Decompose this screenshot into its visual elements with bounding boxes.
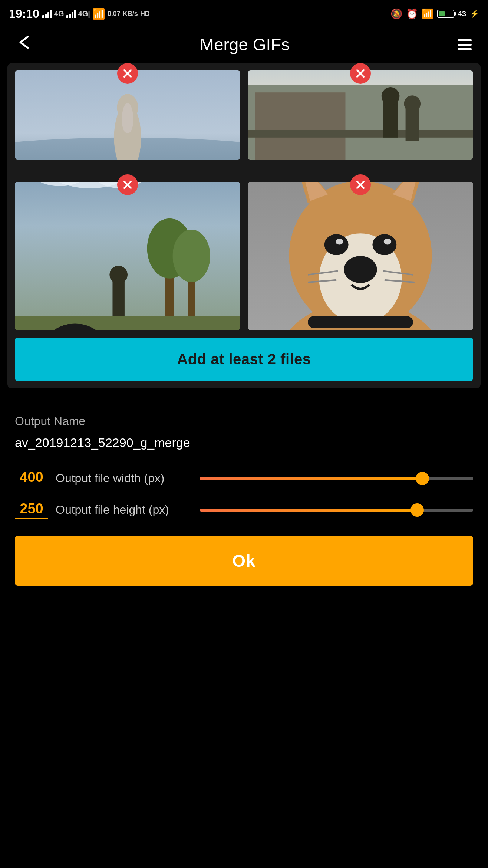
width-slider-row: 400 Output file width (px) [15, 469, 473, 487]
menu-button[interactable] [456, 38, 473, 52]
app-bar: Merge GIFs [0, 26, 488, 63]
height-value: 250 [15, 501, 48, 519]
svg-point-15 [404, 95, 421, 112]
alarm-icon: ⏰ [406, 8, 418, 20]
height-label: Output file height (px) [56, 503, 192, 517]
wifi-icon: 📶 [92, 8, 105, 20]
hd-badge: HD [140, 10, 150, 18]
height-slider-fill [200, 509, 419, 512]
bluetooth-icon: 📶 [422, 8, 433, 20]
gif-thumbnail-1 [15, 70, 240, 160]
gif-image-1 [15, 70, 240, 160]
width-label: Output file width (px) [56, 471, 192, 485]
signal-bar-2 [66, 9, 76, 18]
svg-point-42 [336, 239, 343, 244]
output-name-label: Output Name [15, 414, 473, 428]
output-name-input[interactable] [15, 433, 473, 454]
network-type-2: 4G| [78, 10, 90, 18]
row-spacer [15, 163, 473, 174]
svg-point-28 [109, 266, 128, 284]
remove-gif-4-button[interactable] [350, 174, 371, 195]
status-time: 19:10 [9, 7, 39, 21]
status-bar: 19:10 4G 4G| 📶 0.07 KB/s HD 🔕 ⏰ 📶 43 ⚡ [0, 0, 488, 26]
svg-point-41 [372, 234, 396, 255]
kb-value: 0.07 [108, 10, 121, 18]
width-slider-thumb[interactable] [416, 472, 429, 485]
battery-fill [439, 11, 445, 16]
battery-indicator [437, 10, 454, 18]
main-content: Add at least 2 files Output Name 400 Out… [0, 63, 488, 597]
bell-muted-icon: 🔕 [390, 8, 402, 20]
gif-item-1 [15, 70, 240, 160]
svg-rect-14 [406, 108, 419, 141]
svg-point-13 [382, 87, 400, 105]
ok-button[interactable]: Ok [15, 536, 473, 586]
height-slider-track[interactable] [200, 509, 473, 512]
remove-gif-1-button[interactable] [117, 63, 138, 84]
network-type-1: 4G [54, 10, 64, 18]
remove-gif-3-button[interactable] [117, 174, 138, 195]
status-right: 🔕 ⏰ 📶 43 ⚡ [390, 8, 479, 20]
gif-thumbnail-2 [248, 70, 473, 160]
height-slider-row: 250 Output file height (px) [15, 501, 473, 519]
svg-rect-10 [255, 92, 345, 160]
svg-point-43 [384, 239, 391, 244]
gif-item-4 [248, 182, 473, 330]
svg-point-26 [173, 230, 210, 282]
menu-line-2 [458, 44, 472, 46]
width-slider-track[interactable] [200, 477, 473, 480]
gif-item-3 [15, 182, 240, 330]
gif-item-2 [248, 70, 473, 160]
signal-bar-1 [42, 9, 52, 18]
svg-rect-27 [112, 279, 124, 316]
settings-area: Output Name 400 Output file width (px) 2… [7, 403, 481, 597]
battery-level: 43 [458, 10, 466, 18]
page-title: Merge GIFs [200, 34, 290, 55]
gif-container: Add at least 2 files [7, 63, 481, 388]
gif-row-2 [15, 182, 473, 330]
back-button[interactable] [15, 33, 33, 56]
svg-point-40 [324, 234, 349, 255]
add-files-button[interactable]: Add at least 2 files [15, 338, 473, 381]
gif-thumbnail-3 [15, 182, 240, 330]
menu-line-1 [458, 39, 472, 41]
width-slider-fill [200, 477, 424, 480]
svg-rect-22 [15, 316, 240, 330]
height-slider-thumb[interactable] [410, 503, 424, 517]
remove-gif-2-button[interactable] [350, 63, 371, 84]
svg-rect-11 [248, 130, 473, 138]
svg-rect-12 [383, 100, 398, 137]
svg-point-5 [117, 94, 138, 121]
signal-icons: 4G 4G| 📶 0.07 KB/s HD [42, 8, 150, 20]
charge-icon: ⚡ [470, 9, 479, 18]
status-left: 19:10 4G 4G| 📶 0.07 KB/s HD [9, 7, 150, 21]
kb-unit: KB/s [123, 10, 138, 18]
gif-thumbnail-4 [248, 182, 473, 330]
width-value: 400 [15, 469, 48, 487]
svg-point-44 [344, 256, 377, 283]
menu-line-3 [458, 48, 472, 50]
svg-rect-45 [308, 316, 413, 328]
gif-row-1 [15, 70, 473, 160]
